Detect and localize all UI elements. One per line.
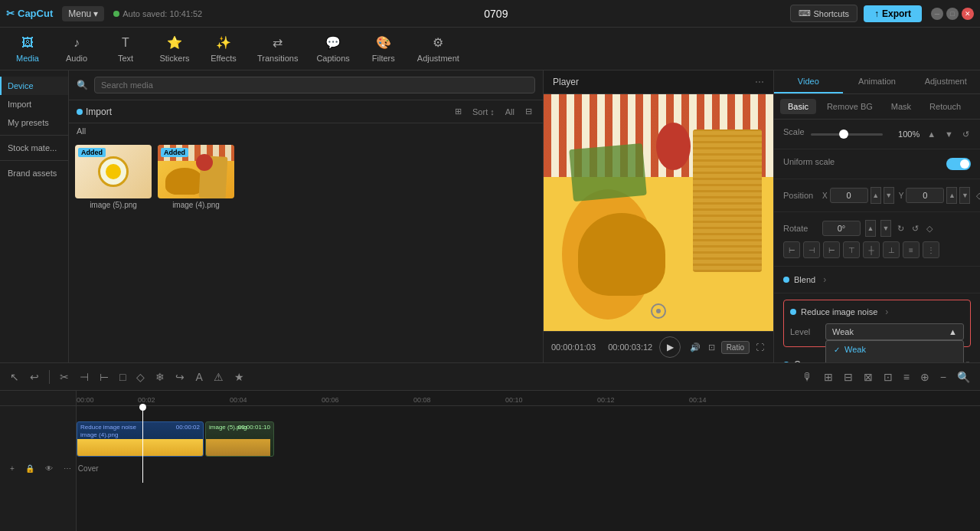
x-input[interactable] <box>830 188 868 203</box>
tl-zoom-icon[interactable]: 🔍 <box>953 369 974 385</box>
tool-media[interactable]: 🖼 Media <box>12 35 43 63</box>
scale-stepper-down[interactable]: ▼ <box>943 128 955 140</box>
tool-text[interactable]: T Text <box>110 35 141 63</box>
tool-adjustment[interactable]: ⚙ Adjustment <box>417 35 459 63</box>
align-extra2[interactable]: ⋮ <box>923 241 939 258</box>
tl-ctrl3[interactable]: ⊠ <box>860 369 877 385</box>
tool-transitions[interactable]: ⇄ Transitions <box>257 35 298 63</box>
y-stepper-down[interactable]: ▼ <box>959 187 970 204</box>
filter-button[interactable]: ⊟ <box>522 105 535 118</box>
tl-ctrl6[interactable]: ⊕ <box>916 369 933 385</box>
tab-adjustment[interactable]: Adjustment <box>911 70 980 93</box>
search-input[interactable] <box>94 77 535 93</box>
grid-view-button[interactable]: ⊞ <box>452 105 465 118</box>
rotate-input[interactable] <box>822 221 861 236</box>
tl-minus[interactable]: − <box>936 369 950 385</box>
sidebar-item-brandassets[interactable]: Brand assets <box>0 164 68 182</box>
crop2-button[interactable]: □ <box>116 369 129 385</box>
sidebar-item-stockmate[interactable]: Stock mate... <box>0 139 68 157</box>
text-tl-button[interactable]: A <box>191 369 206 385</box>
align-top[interactable]: ⊤ <box>843 241 860 258</box>
menu-button[interactable]: Menu ▾ <box>62 6 104 21</box>
tool-captions[interactable]: 💬 Captions <box>316 35 349 63</box>
tab-mask[interactable]: Mask <box>884 99 919 114</box>
scale-reset[interactable]: ↺ <box>961 128 971 141</box>
tab-basic[interactable]: Basic <box>780 99 816 114</box>
redo-button[interactable]: ↪ <box>172 369 188 385</box>
warning-button[interactable]: ⚠ <box>210 369 227 385</box>
clip-reduce-image-noise[interactable]: Reduce image noise image (4).png 00:00:0… <box>77 421 204 457</box>
track-more-button[interactable]: ⋯ <box>60 462 75 475</box>
tl-ctrl5[interactable]: ≡ <box>900 369 913 385</box>
rotate-stepper-up[interactable]: ▲ <box>865 220 876 237</box>
sort-button[interactable]: Sort ↕ <box>469 106 498 118</box>
y-stepper-up[interactable]: ▲ <box>946 187 957 204</box>
tab-video[interactable]: Video <box>774 70 843 93</box>
tab-retouch[interactable]: Retouch <box>922 99 969 114</box>
star-button[interactable]: ★ <box>230 369 248 385</box>
tl-ctrl2[interactable]: ⊟ <box>840 369 857 385</box>
x-stepper-down[interactable]: ▼ <box>884 187 894 204</box>
mic-button[interactable]: 🎙 <box>799 369 817 385</box>
split-button[interactable]: ✂ <box>56 369 73 385</box>
import-button[interactable]: Import <box>77 107 112 117</box>
scale-stepper-up[interactable]: ▲ <box>926 128 937 140</box>
shortcuts-button[interactable]: ⌨ Shortcuts <box>790 5 858 22</box>
minimize-button[interactable]: ─ <box>931 8 943 20</box>
ratio-button[interactable]: Ratio <box>721 341 750 354</box>
scale-thumb[interactable] <box>839 129 848 139</box>
rotate-stepper-down[interactable]: ▼ <box>880 220 891 237</box>
all-filter-button[interactable]: All <box>502 106 518 118</box>
track-add-button[interactable]: + <box>6 462 18 475</box>
tool-audio[interactable]: ♪ Audio <box>61 35 92 63</box>
rotate-ccw[interactable]: ↺ <box>910 222 920 235</box>
align-bottom[interactable]: ⊥ <box>883 241 900 258</box>
export-button[interactable]: ↑ Export <box>864 5 922 22</box>
play-button[interactable]: ▶ <box>659 336 681 358</box>
fullscreen-fit-button[interactable]: ⊡ <box>707 341 717 354</box>
tab-animation[interactable]: Animation <box>843 70 912 93</box>
x-stepper-up[interactable]: ▲ <box>871 187 881 204</box>
tab-remove-bg[interactable]: Remove BG <box>819 99 880 114</box>
select-tool[interactable]: ↖ <box>6 369 23 385</box>
sidebar-item-device[interactable]: Device <box>0 77 68 95</box>
sidebar-item-import[interactable]: Import <box>0 95 68 113</box>
rotate-cw[interactable]: ↻ <box>896 222 906 235</box>
align-extra1[interactable]: ≡ <box>903 241 920 258</box>
list-item[interactable]: Added image (4).png <box>158 145 234 209</box>
tool-effects[interactable]: ✨ Effects <box>208 35 239 63</box>
track-lock-button[interactable]: 🔒 <box>21 462 38 475</box>
y-input[interactable] <box>906 188 944 203</box>
track-mute-button[interactable]: 👁 <box>41 462 57 475</box>
scale-slider[interactable] <box>811 133 884 136</box>
crop-button[interactable]: ⊢ <box>96 369 113 385</box>
noise-option-strong[interactable]: Strong <box>826 358 963 362</box>
volume-button[interactable]: 🔊 <box>688 341 702 354</box>
rotate-reset[interactable]: ◇ <box>925 222 934 235</box>
close-button[interactable]: ✕ <box>962 8 974 20</box>
fullscreen-button[interactable]: ⛶ <box>754 341 766 353</box>
player-title: Player <box>553 77 579 87</box>
tool-stickers[interactable]: ⭐ Stickers <box>159 35 190 63</box>
noise-option-weak[interactable]: ✓ Weak <box>826 341 963 358</box>
tl-ctrl1[interactable]: ⊞ <box>820 369 837 385</box>
track-headers: + 🔒 👁 ⋯ Cover <box>0 391 77 531</box>
noise-dropdown[interactable]: Weak ▲ <box>825 323 964 340</box>
trim-button[interactable]: ⊣ <box>76 369 93 385</box>
align-center-h[interactable]: ⊣ <box>803 241 820 258</box>
maximize-button[interactable]: □ <box>946 8 959 20</box>
list-item[interactable]: Added image (5).png <box>75 145 152 209</box>
align-center-v[interactable]: ┼ <box>863 241 880 258</box>
align-left[interactable]: ⊢ <box>783 241 800 258</box>
mask-button[interactable]: ◇ <box>132 369 149 385</box>
uniform-scale-toggle[interactable] <box>946 158 971 170</box>
noise-checkbox[interactable] <box>790 309 796 315</box>
freeze-button[interactable]: ❄ <box>152 369 168 385</box>
clip-image5[interactable]: image (5).png 00:00:01:10 <box>205 421 274 457</box>
tl-ctrl4[interactable]: ⊡ <box>880 369 897 385</box>
undo-button[interactable]: ↩ <box>26 369 43 385</box>
sidebar-item-mypresets[interactable]: My presets <box>0 113 68 132</box>
align-right[interactable]: ⊢ <box>823 241 840 258</box>
tool-filters[interactable]: 🎨 Filters <box>368 35 399 63</box>
position-reset[interactable]: ◇ <box>975 189 980 202</box>
